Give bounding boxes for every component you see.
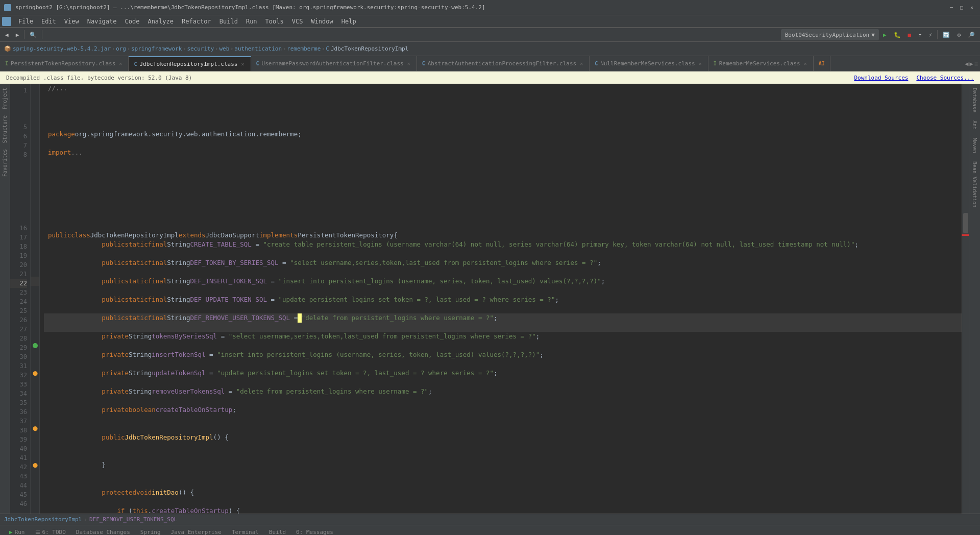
menu-tools[interactable]: Tools	[261, 15, 288, 28]
search-button[interactable]: 🔎	[965, 29, 978, 40]
editor-area: 1 5 6 7 8 16 17 18 19 20 21 22 23 24 25	[10, 84, 969, 514]
menu-help[interactable]: Help	[337, 15, 360, 28]
menu-code[interactable]: Code	[121, 15, 144, 28]
code-breadcrumb-field[interactable]: DEF_REMOVE_USER_TOKENS_SQL	[89, 516, 177, 523]
code-line-25: private String updateTokenSql = "update …	[44, 369, 962, 387]
tab-close-btn[interactable]: ✕	[118, 61, 123, 66]
minimize-button[interactable]: ─	[947, 4, 955, 12]
menu-edit[interactable]: Edit	[37, 15, 60, 28]
java-enterprise-tab[interactable]: Java Enterprise	[166, 525, 227, 536]
favorites-panel-btn[interactable]: Favorites	[2, 147, 8, 179]
code-line-33: if (this.createTableOnStartup) {	[44, 506, 962, 514]
search-everywhere[interactable]: 🔍	[27, 29, 40, 40]
menu-file[interactable]: File	[14, 15, 37, 28]
breadcrumb-org[interactable]: org	[116, 45, 126, 52]
left-panel-icons: Project Structure Favorites	[0, 84, 10, 514]
menu-navigate[interactable]: Navigate	[83, 15, 121, 28]
tab-username-password-filter[interactable]: C UsernamePasswordAuthenticationFilter.c…	[251, 56, 417, 71]
todo-tab[interactable]: ☰ 6: TODO	[30, 525, 71, 536]
coverage-button[interactable]: ☂	[915, 29, 925, 40]
breadcrumb-class[interactable]: C JdbcTokenRepositoryImpl	[326, 45, 408, 52]
ant-panel-btn[interactable]: Ant	[972, 118, 977, 132]
tab-abstract-auth-filter[interactable]: C AbstractAuthenticationProcessingFilter…	[417, 56, 590, 71]
code-line-27: private boolean createTableOnStartup;	[44, 405, 962, 424]
tab-label: PersistentTokenRepository.class	[11, 60, 115, 67]
forward-button[interactable]: ▶	[13, 29, 22, 40]
menu-window[interactable]: Window	[307, 15, 337, 28]
breadcrumb-web[interactable]: web	[219, 45, 229, 52]
tab-null-rememberme[interactable]: C NullRememberMeServices.class ✕	[590, 56, 708, 71]
tab-close-btn[interactable]: ✕	[406, 61, 411, 66]
menu-refactor[interactable]: Refactor	[178, 15, 215, 28]
menu-build[interactable]: Build	[215, 15, 242, 28]
settings-button[interactable]: ⚙	[954, 29, 964, 40]
menu-vcs[interactable]: VCS	[288, 15, 307, 28]
title-bar: springboot2 [G:\springboot2] – ...\remem…	[0, 0, 980, 15]
gutter: ⬤ ⬤ ⬤	[31, 84, 40, 514]
tab-icon: C	[422, 61, 425, 66]
code-line-24: private String insertTokenSql = "insert …	[44, 350, 962, 369]
menu-analyze[interactable]: Analyze	[143, 15, 178, 28]
tab-label: JdbcTokenRepositoryImpl.class	[139, 61, 237, 67]
breadcrumb-rememberme[interactable]: rememberme	[287, 45, 321, 52]
terminal-tab[interactable]: Terminal	[227, 525, 264, 536]
database-panel-btn[interactable]: Database	[972, 86, 977, 114]
code-line-blank8	[44, 194, 962, 203]
debug-button[interactable]: 🐛	[891, 29, 904, 40]
choose-sources-link[interactable]: Choose Sources...	[916, 75, 974, 81]
tab-icon: AI	[819, 61, 825, 66]
tab-right-scroll[interactable]: ▶	[970, 60, 973, 67]
tab-close-btn[interactable]: ✕	[240, 61, 245, 67]
back-button[interactable]: ◀	[2, 29, 12, 40]
run-button[interactable]: ▶	[880, 29, 890, 40]
db-changes-tab[interactable]: Database Changes	[71, 525, 135, 536]
project-panel-btn[interactable]: Project	[2, 86, 8, 111]
structure-panel-btn[interactable]: Structure	[2, 113, 8, 145]
tab-close-btn[interactable]: ✕	[803, 61, 808, 66]
class-icon: C	[326, 45, 329, 52]
menu-view[interactable]: View	[60, 15, 83, 28]
update-button[interactable]: 🔄	[940, 29, 953, 40]
right-panel-icons: Database Ant Maven Bean Validation	[969, 84, 980, 514]
messages-tab[interactable]: 0: Messages	[291, 525, 338, 536]
run-config-dropdown-icon: ▼	[871, 32, 875, 38]
tab-label: UsernamePasswordAuthenticationFilter.cla…	[262, 60, 404, 67]
tab-ai[interactable]: AI	[814, 56, 830, 71]
build-tab[interactable]: Build	[264, 525, 291, 536]
breadcrumb-sep3: ›	[183, 46, 186, 52]
maximize-button[interactable]: □	[958, 4, 966, 12]
stop-button[interactable]: ■	[905, 29, 915, 40]
tab-close-btn[interactable]: ✕	[698, 61, 703, 66]
bean-validation-panel-btn[interactable]: Bean Validation	[972, 159, 977, 209]
breadcrumb-security[interactable]: security	[187, 45, 214, 52]
tab-rememberme-services[interactable]: I RememberMeServices.class ✕	[708, 56, 814, 71]
code-line-19: public static final String DEF_TOKEN_BY_…	[44, 258, 962, 277]
breadcrumb-jar[interactable]: 📦 spring-security-web-5.4.2.jar	[4, 45, 111, 52]
spring-tab[interactable]: Spring	[135, 525, 166, 536]
tab-persistent-token-repository[interactable]: I PersistentTokenRepository.class ✕	[0, 56, 129, 71]
code-line-5	[44, 120, 962, 130]
tab-jdbc-token-repository[interactable]: C JdbcTokenRepositoryImpl.class ✕	[129, 56, 251, 71]
maven-panel-btn[interactable]: Maven	[972, 136, 977, 155]
tab-close-btn[interactable]: ✕	[579, 61, 584, 66]
tabs-bar: I PersistentTokenRepository.class ✕ C Jd…	[0, 56, 980, 71]
menu-run[interactable]: Run	[242, 15, 261, 28]
tab-left-scroll[interactable]: ◀	[965, 60, 968, 67]
close-button[interactable]: ✕	[968, 4, 976, 12]
tab-menu[interactable]: ≡	[974, 60, 978, 67]
vertical-scrollbar[interactable]	[962, 84, 969, 514]
run-tab[interactable]: ▶ Run	[4, 525, 30, 536]
breadcrumb-authentication[interactable]: authentication	[234, 45, 282, 52]
profile-button[interactable]: ⚡	[926, 29, 936, 40]
run-config-selector[interactable]: Boot04SecurityApplication ▼	[781, 29, 879, 40]
breadcrumb-springframework[interactable]: springframework	[131, 45, 182, 52]
breadcrumb-sep2: ›	[127, 46, 130, 52]
code-line-21: public static final String DEF_UPDATE_TO…	[44, 295, 962, 313]
scrollbar-thumb[interactable]	[963, 213, 968, 233]
code-line-18: public static final String CREATE_TABLE_…	[44, 240, 962, 258]
code-breadcrumb-class[interactable]: JdbcTokenRepositoryImpl	[4, 516, 82, 523]
code-editor[interactable]: //... package org.springframework.securi…	[40, 84, 962, 514]
download-sources-link[interactable]: Download Sources	[854, 75, 908, 81]
tab-icon: I	[714, 61, 717, 66]
code-line-16	[44, 222, 962, 231]
